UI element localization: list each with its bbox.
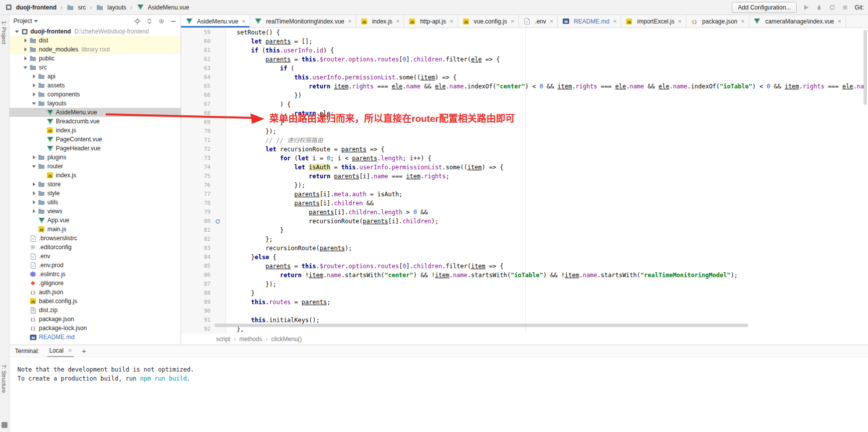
tree-item[interactable]: utils [9,198,181,207]
terminal-output[interactable]: Note that the development build is not o… [9,357,868,383]
code-line[interactable]: 75 return parents[i].name === item.right… [181,172,868,181]
tree-item[interactable]: Breadcrumb.vue [9,117,181,126]
close-icon[interactable]: × [348,17,352,25]
chevron-right-icon[interactable] [30,200,37,204]
code-line[interactable]: 87 }); [181,280,868,289]
editor-tab[interactable]: realTimeMonitoring\index.vue× [250,15,356,27]
close-icon[interactable]: × [68,347,72,354]
tree-item[interactable]: .gitignore [9,279,181,288]
code-line[interactable]: 70 }); [181,127,868,136]
chevron-down-icon[interactable] [30,102,37,105]
tree-item[interactable]: .browserslistrc [9,234,181,243]
chevron-right-icon[interactable] [22,38,29,42]
code-line[interactable]: 84 }else { [181,253,868,262]
close-icon[interactable]: × [550,17,554,25]
close-icon[interactable]: × [741,17,745,25]
code-line[interactable]: 77 parents[i].meta.auth = isAuth; [181,190,868,199]
terminal-tab-local[interactable]: Local × [47,345,74,357]
breadcrumb-item[interactable]: layouts [94,3,128,12]
tree-item[interactable]: JSmain.js [9,225,181,234]
vertical-scrollbar[interactable] [864,30,867,105]
tree-item[interactable]: JSindex.js [9,171,181,180]
tree-item[interactable]: PageContent.vue [9,135,181,144]
tree-item[interactable]: .editorconfig [9,243,181,252]
project-panel-title[interactable]: Project [13,17,32,24]
locate-file-icon[interactable] [134,17,141,24]
close-icon[interactable]: × [838,17,842,25]
stop-icon[interactable] [842,4,849,11]
chevron-right-icon[interactable] [30,191,37,195]
chevron-right-icon[interactable] [30,209,37,213]
code-line[interactable]: 66 }) [181,91,868,100]
editor-tab[interactable]: .env× [519,15,558,27]
tree-item[interactable]: .env [9,252,181,261]
editor-tab[interactable]: MREADME.md× [558,15,621,27]
tree-item[interactable]: assets [9,81,181,90]
tree-item[interactable]: {}package.json [9,315,181,324]
editor-breadcrumb-item[interactable]: methods [239,336,262,343]
tree-item[interactable]: router [9,162,181,171]
chevron-right-icon[interactable] [22,47,29,51]
code-line[interactable]: 67 ) { [181,100,868,109]
code-line[interactable]: 81 } [181,226,868,235]
chevron-right-icon[interactable] [30,83,37,87]
tree-item[interactable]: PageHeader.vue [9,144,181,153]
debug-icon[interactable] [816,4,823,11]
code-editor[interactable]: 59 setRoute() {60 let parents = [];61 if… [181,28,868,334]
tree-item[interactable]: {}package-lock.json [9,324,181,333]
code-line[interactable]: 82 }; [181,235,868,244]
code-line[interactable]: 79 parents[i].children.length > 0 && [181,208,868,217]
close-icon[interactable]: × [510,17,514,25]
editor-tab[interactable]: JSvue.config.js× [458,15,519,27]
tree-item[interactable]: public [9,54,181,63]
code-line[interactable]: 62 parents = this.$router.options.routes… [181,55,868,64]
tree-item[interactable]: src [9,63,181,72]
code-line[interactable]: 74 let isAuth = this.userInfo.permission… [181,163,868,172]
tree-item[interactable]: {}auth.json [9,288,181,297]
code-line[interactable]: 72 let recursionRoute = parents => { [181,145,868,154]
tree-item[interactable]: dist.zip [9,306,181,315]
tree-item[interactable]: layouts [9,99,181,108]
close-icon[interactable]: × [242,17,246,25]
tree-item[interactable]: node_moduleslibrary root [9,45,181,54]
tree-item[interactable]: JSindex.js [9,126,181,135]
code-line[interactable]: 88 } [181,289,868,298]
code-line[interactable]: 64 this.userInfo.permissionList.some((it… [181,73,868,82]
tree-item[interactable]: AsideMenu.vue [9,108,181,117]
chevron-right-icon[interactable] [22,56,29,60]
tree-item[interactable]: dist [9,36,181,45]
chevron-down-icon[interactable] [30,165,37,168]
code-line[interactable]: 61 if (this.userInfo.id) { [181,46,868,55]
code-line[interactable]: 71 // // 递归权限路由 [181,136,868,145]
tree-item[interactable]: .eslintrc.js [9,270,181,279]
code-line[interactable]: 63 if ( [181,64,868,73]
editor-breadcrumb-item[interactable]: clickMenu() [271,336,302,343]
tree-item[interactable]: components [9,90,181,99]
tree-item[interactable]: JSbabel.config.js [9,297,181,306]
tree-item[interactable]: plugins [9,153,181,162]
code-line[interactable]: 59 setRoute() { [181,28,868,37]
add-configuration-button[interactable]: Add Configuration... [732,2,797,13]
code-line[interactable]: 73 for (let i = 0; i < parents.length; i… [181,154,868,163]
code-line[interactable]: 76 }); [181,181,868,190]
chevron-down-icon[interactable] [13,30,20,33]
tree-item[interactable]: api [9,72,181,81]
editor-breadcrumb-item[interactable]: script [216,336,230,343]
close-icon[interactable]: × [396,17,400,25]
tree-item[interactable]: .env.prod [9,261,181,270]
code-line[interactable]: 78 parents[i].children && [181,199,868,208]
collapse-all-icon[interactable] [146,17,153,24]
settings-gear-icon[interactable] [158,17,165,24]
editor-tab[interactable]: JSindex.js× [356,15,404,27]
code-line[interactable]: 83 recursionRoute(parents); [181,244,868,253]
editor-tab[interactable]: AsideMenu.vue× [181,15,250,27]
chevron-down-icon[interactable] [34,20,38,22]
hide-panel-icon[interactable] [170,17,177,24]
new-terminal-icon[interactable]: + [82,347,86,355]
code-line[interactable]: 86 return !item.name.startsWith("center"… [181,271,868,280]
code-line[interactable]: 60 let parents = []; [181,37,868,46]
project-toolwindow-button[interactable]: 1: Project [1,21,7,44]
tree-item[interactable]: store [9,180,181,189]
code-line[interactable]: 68 return ele; [181,109,868,118]
code-line[interactable]: 90 [181,307,868,316]
